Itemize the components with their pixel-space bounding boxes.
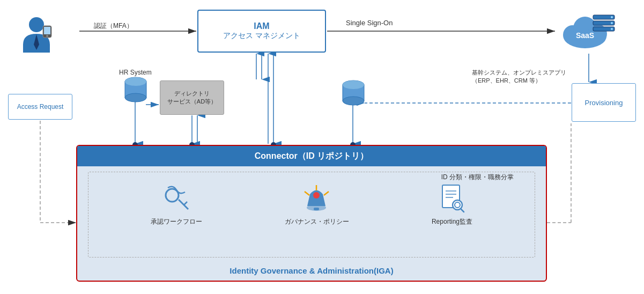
svg-point-48 bbox=[125, 77, 146, 86]
provisioning-box: Provisioning bbox=[572, 83, 636, 122]
connector-title-bar: Connector（ID リポジトリ） bbox=[77, 146, 546, 166]
right-systems-label: 基幹システム、オンプレミスアプリ （ERP、EHR、CRM 等） bbox=[472, 69, 566, 85]
hr-system-label: HR System bbox=[119, 69, 152, 76]
sso-label: Single Sign-On bbox=[346, 19, 393, 27]
directory-box: ディレクトリ サービス（AD等） bbox=[160, 80, 224, 115]
iam-title: IAM bbox=[254, 21, 269, 31]
reporting-label: Reporting監査 bbox=[432, 217, 472, 226]
reporting-item: Reporting監査 bbox=[432, 183, 472, 226]
svg-point-44 bbox=[611, 28, 613, 30]
svg-line-68 bbox=[461, 209, 464, 212]
iam-subtitle: アクセス マネジメント bbox=[223, 31, 300, 41]
workflow-label: 承認ワークフロー bbox=[151, 217, 202, 226]
person-icon bbox=[15, 15, 58, 63]
right-db-icon bbox=[340, 79, 367, 111]
svg-point-29 bbox=[29, 17, 44, 32]
workflow-item: 承認ワークフロー bbox=[151, 183, 202, 226]
auth-label: 認証（MFA） bbox=[94, 21, 133, 31]
governance-label: ガバナンス・ポリシー bbox=[285, 217, 349, 226]
svg-line-55 bbox=[184, 202, 187, 205]
connector-title: Connector（ID リポジトリ） bbox=[255, 151, 368, 162]
svg-point-33 bbox=[46, 35, 48, 37]
svg-line-58 bbox=[324, 192, 329, 195]
svg-rect-61 bbox=[314, 208, 319, 210]
svg-point-60 bbox=[313, 192, 320, 199]
svg-point-52 bbox=[343, 80, 364, 89]
svg-point-43 bbox=[611, 22, 613, 24]
svg-line-54 bbox=[179, 200, 188, 209]
connector-box: Connector（ID リポジトリ） ID 分類・権限・職務分掌 承認ワークフ… bbox=[76, 145, 547, 282]
svg-point-47 bbox=[125, 93, 146, 102]
iga-icons-row: 承認ワークフロー ガバナンス・ポリシー bbox=[77, 183, 546, 226]
iam-box: IAM アクセス マネジメント bbox=[197, 10, 326, 53]
diagram: 認証（MFA） Single Sign-On IAM アクセス マネジメント S… bbox=[0, 0, 644, 294]
svg-line-57 bbox=[305, 192, 309, 195]
governance-item: ガバナンス・ポリシー bbox=[285, 183, 349, 226]
iga-label: Identity Governance & Administration(IGA… bbox=[77, 266, 546, 275]
hr-db-icon bbox=[122, 76, 149, 108]
svg-point-51 bbox=[343, 97, 364, 105]
svg-rect-32 bbox=[44, 27, 50, 34]
svg-point-42 bbox=[611, 16, 613, 18]
access-request-box: Access Request bbox=[8, 94, 72, 120]
saas-cloud: SaaS bbox=[556, 10, 615, 53]
